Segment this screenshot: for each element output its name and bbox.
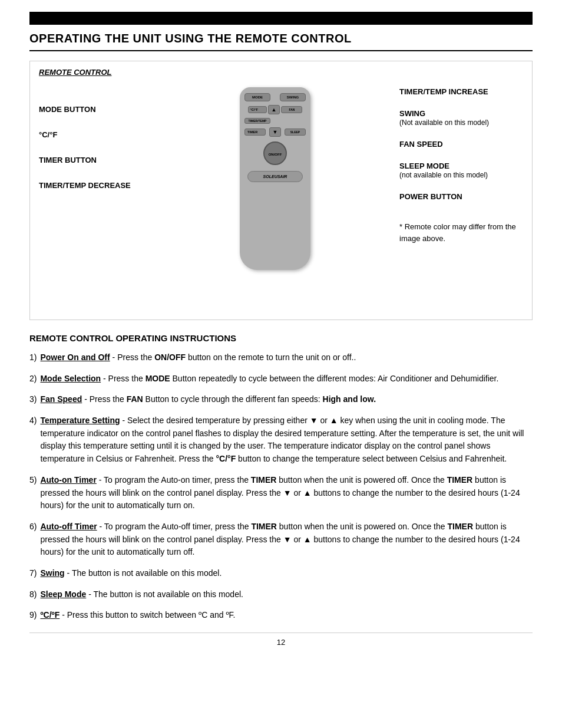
top-bar (29, 12, 533, 25)
list-item: 1) Power On and Off - Press the ON/OFF b… (29, 351, 533, 364)
right-label-sleep-mode: SLEEP MODE (not available on this model) (399, 162, 523, 179)
left-labels: MODE BUTTON °C/°F TIMER BUTTON TIMER/TEM… (39, 81, 151, 190)
instr-body-5: Auto-on Timer - To program the Auto-on t… (40, 474, 533, 512)
down-arrow-btn: ▼ (269, 127, 282, 137)
term-temp: Temperature Setting (40, 416, 120, 425)
instr-num-9: 9) (29, 609, 37, 622)
right-label-power-button: POWER BUTTON (399, 192, 523, 201)
list-item: 8) Sleep Mode - The button is not availa… (29, 588, 533, 601)
logo: SOLEUSAIR (247, 171, 303, 182)
onoff-btn-container: ON/OFF (244, 141, 306, 165)
instr-body-7: Swing - The button is not available on t… (40, 567, 222, 580)
remote-second-row: TIMER ▼ SLEEP (244, 127, 306, 137)
page-number: 12 (29, 633, 533, 647)
remote-middle-row: °C/°F ▲ FAN (244, 105, 306, 114)
page-title: OPERATING THE UNIT USING THE REMOTE CONT… (29, 32, 533, 51)
fan-btn: FAN (281, 106, 302, 113)
instr-body-4: Temperature Setting - Select the desired… (40, 414, 533, 466)
right-label-fan-speed: FAN SPEED (399, 140, 523, 149)
term-fan: Fan Speed (40, 394, 82, 404)
instr-body-8: Sleep Mode - The button is not available… (40, 588, 243, 601)
right-label-timer-increase: TIMER/TEMP INCREASE (399, 87, 523, 96)
instr-body-6: Auto-off Timer - To program the Auto-off… (40, 521, 533, 559)
instr-num-2: 2) (29, 373, 37, 386)
term-power: Power On and Off (40, 353, 110, 362)
page: OPERATING THE UNIT USING THE REMOTE CONT… (0, 0, 562, 728)
term-auto-on: Auto-on Timer (40, 475, 96, 485)
list-item: 4) Temperature Setting - Select the desi… (29, 414, 533, 466)
diagram-inner: MODE BUTTON °C/°F TIMER BUTTON TIMER/TEM… (39, 81, 523, 270)
timer-temp-label: TIMER/TEMP (244, 118, 270, 124)
left-label-cf: °C/°F (39, 130, 151, 139)
list-item: 9) ºC/ºF - Press this button to switch b… (29, 609, 533, 622)
cf-btn: °C/°F (248, 106, 267, 113)
instr-num-6: 6) (29, 521, 37, 533)
instr-num-3: 3) (29, 393, 37, 406)
diagram-section: REMOTE CONTROL MODE BUTTON °C/°F TIMER B… (29, 61, 533, 320)
timer-btn: TIMER (244, 129, 266, 136)
left-label-timer: TIMER BUTTON (39, 156, 151, 164)
diagram-label: REMOTE CONTROL (39, 68, 112, 77)
instr-body-2: Mode Selection - Press the MODE Button r… (40, 373, 498, 386)
remote-image: MODE SWING °C/°F ▲ FAN TIMER/TEMP TIMER … (216, 81, 334, 270)
instr-body-1: Power On and Off - Press the ON/OFF butt… (40, 351, 356, 364)
right-label-swing: SWING (Not available on this model) (399, 109, 523, 127)
term-cf-button: ºC/ºF (40, 610, 59, 620)
instr-body-9: ºC/ºF - Press this button to switch betw… (40, 609, 235, 622)
list-item: 5) Auto-on Timer - To program the Auto-o… (29, 474, 533, 512)
instr-num-8: 8) (29, 588, 37, 601)
instr-num-7: 7) (29, 567, 37, 580)
sleep-btn: SLEEP (285, 129, 306, 136)
term-sleep: Sleep Mode (40, 589, 86, 599)
left-label-timer-decrease: TIMER/TEMP DECREASE (39, 181, 151, 190)
instructions-title: REMOTE CONTROL OPERATING INSTRUCTIONS (29, 333, 533, 343)
instr-num-4: 4) (29, 414, 37, 427)
instructions-section: REMOTE CONTROL OPERATING INSTRUCTIONS 1)… (29, 333, 533, 622)
diagram-note: * Remote color may differ from the image… (399, 221, 523, 244)
up-arrow-btn: ▲ (268, 105, 280, 114)
term-swing: Swing (40, 568, 64, 578)
list-item: 6) Auto-off Timer - To program the Auto-… (29, 521, 533, 559)
remote-body: MODE SWING °C/°F ▲ FAN TIMER/TEMP TIMER … (240, 87, 310, 270)
remote-top-row: MODE SWING (244, 93, 306, 101)
instr-body-3: Fan Speed - Press the FAN Button to cycl… (40, 393, 376, 406)
list-item: 3) Fan Speed - Press the FAN Button to c… (29, 393, 533, 406)
right-labels: TIMER/TEMP INCREASE SWING (Not available… (399, 81, 523, 244)
instr-num-1: 1) (29, 351, 37, 364)
onoff-btn: ON/OFF (263, 141, 287, 165)
instr-num-5: 5) (29, 474, 37, 487)
swing-btn: SWING (280, 93, 306, 101)
instruction-list: 1) Power On and Off - Press the ON/OFF b… (29, 351, 533, 622)
list-item: 7) Swing - The button is not available o… (29, 567, 533, 580)
term-auto-off: Auto-off Timer (40, 522, 97, 531)
left-label-mode: MODE BUTTON (39, 105, 151, 114)
list-item: 2) Mode Selection - Press the MODE Butto… (29, 373, 533, 386)
term-mode: Mode Selection (40, 374, 101, 383)
mode-btn: MODE (244, 93, 270, 101)
